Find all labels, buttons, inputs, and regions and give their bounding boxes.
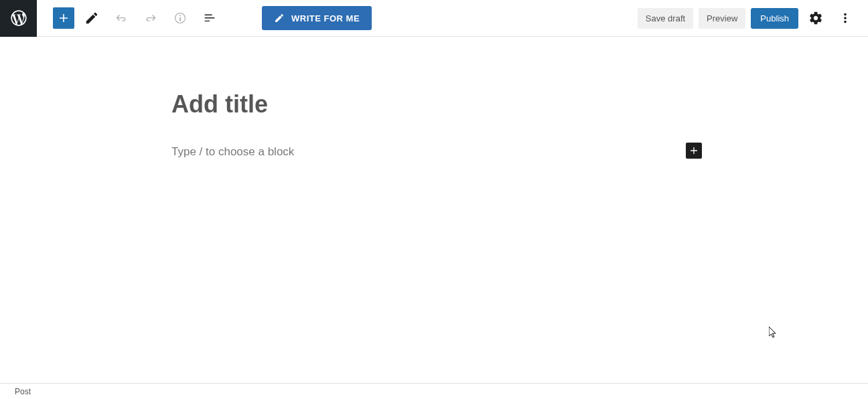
details-button[interactable] [168, 6, 192, 30]
add-block-button[interactable] [53, 7, 74, 29]
document-overview-button[interactable] [198, 6, 222, 30]
pencil-icon [84, 11, 99, 25]
more-vertical-icon [838, 11, 853, 25]
undo-button[interactable] [109, 6, 133, 30]
info-icon [173, 11, 188, 25]
settings-button[interactable] [804, 6, 828, 30]
toolbar-left-group: WRITE FOR ME [37, 6, 372, 30]
wordpress-icon [9, 9, 28, 27]
options-button[interactable] [833, 6, 857, 30]
write-for-me-button[interactable]: WRITE FOR ME [262, 6, 372, 30]
plus-icon [687, 144, 701, 157]
footer-breadcrumb-bar: Post [0, 383, 868, 399]
save-draft-button[interactable]: Save draft [638, 8, 693, 29]
gear-icon [808, 11, 823, 25]
undo-icon [114, 11, 129, 25]
wordpress-logo[interactable] [0, 0, 37, 37]
pencil-icon [274, 13, 285, 23]
write-for-me-label: WRITE FOR ME [291, 13, 360, 23]
block-content-input[interactable] [171, 145, 702, 159]
footer-breadcrumb[interactable]: Post [15, 387, 31, 396]
redo-icon [143, 11, 158, 25]
list-view-icon [202, 11, 217, 25]
preview-button[interactable]: Preview [699, 8, 745, 29]
editor-toolbar: WRITE FOR ME Save draft Preview Publish [0, 0, 868, 37]
toolbar-right-group: Save draft Preview Publish [638, 6, 868, 30]
publish-button[interactable]: Publish [751, 8, 798, 29]
mouse-cursor [769, 327, 780, 340]
post-title-input[interactable] [171, 90, 707, 118]
editor-inner [153, 90, 715, 159]
inline-add-block-button[interactable] [686, 143, 702, 159]
plus-icon [56, 10, 72, 26]
edit-tools-button[interactable] [80, 6, 104, 30]
editor-canvas [0, 37, 868, 159]
redo-button[interactable] [139, 6, 163, 30]
block-row [166, 145, 702, 159]
